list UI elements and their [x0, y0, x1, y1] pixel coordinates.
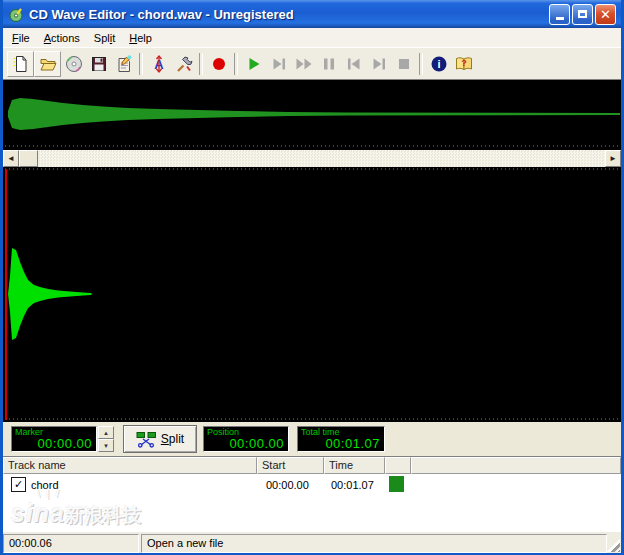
column-header-time[interactable]: Time — [324, 457, 385, 474]
next-track-icon — [369, 54, 389, 74]
status-time: 00:00.06 — [3, 534, 139, 553]
menu-split[interactable]: Split — [87, 30, 122, 46]
column-header-start[interactable]: Start — [257, 457, 324, 474]
track-start: 00:00.00 — [257, 479, 324, 491]
track-row[interactable]: ✓chord00:00.0000:01.07 — [3, 474, 621, 495]
track-list-body: ✓chord00:00.0000:01.07 — [3, 474, 621, 531]
marker-spinner: ▲ ▼ — [98, 426, 114, 452]
toolbar-help-button[interactable]: ? — [451, 52, 476, 76]
toolbar-fast-forward-button — [291, 52, 316, 76]
toolbar-record-button[interactable] — [206, 52, 231, 76]
toolbar-tools-button[interactable] — [171, 52, 196, 76]
marker-a-icon: A — [149, 54, 169, 74]
toolbar-pause-button — [316, 52, 341, 76]
stop-icon — [394, 54, 414, 74]
column-header-blank-4[interactable] — [411, 457, 621, 474]
split-button-label: Split — [161, 432, 184, 446]
position-cursor — [5, 169, 7, 420]
toolbar-export-button[interactable] — [111, 52, 136, 76]
record-icon — [209, 54, 229, 74]
window-controls: ✕ — [549, 4, 616, 25]
track-name: chord — [31, 479, 59, 491]
toolbar-prev-track-button — [341, 52, 366, 76]
marker-value: 00:00.00 — [15, 437, 92, 451]
prev-track-icon — [344, 54, 364, 74]
resize-grip[interactable] — [607, 539, 620, 552]
status-message: Open a new file — [141, 534, 607, 553]
track-checkbox[interactable]: ✓ — [11, 477, 26, 492]
scrollbar-thumb[interactable] — [19, 150, 38, 167]
menu-file[interactable]: File — [5, 30, 37, 46]
menu-bar: FileActionsSplitHelp — [3, 28, 621, 47]
menu-actions[interactable]: Actions — [37, 30, 87, 46]
close-icon: ✕ — [600, 7, 611, 22]
control-panel: Marker 00:00.00 ▲ ▼ Split Position 00:00… — [3, 422, 621, 456]
overview-waveform — [5, 80, 621, 148]
track-time: 00:01.07 — [324, 479, 385, 491]
column-header-blank-3[interactable] — [385, 457, 411, 474]
split-button[interactable]: Split — [123, 425, 197, 453]
overview-waveform-panel[interactable] — [3, 79, 621, 150]
window-title: CD Wave Editor - chord.wav - Unregistere… — [29, 7, 549, 22]
toolbar-save-button[interactable] — [86, 52, 111, 76]
toolbar-open-folder-button[interactable] — [34, 51, 61, 77]
toolbar-next-marker-button — [266, 52, 291, 76]
total-time-value: 00:01.07 — [301, 437, 380, 451]
position-display: Position 00:00.00 — [203, 426, 289, 452]
toolbar-separator — [199, 53, 203, 75]
maximize-button[interactable] — [572, 4, 593, 25]
app-icon — [8, 6, 25, 23]
next-marker-icon — [269, 54, 289, 74]
total-time-display: Total time 00:01.07 — [297, 426, 385, 452]
position-value: 00:00.00 — [207, 437, 284, 451]
split-scissors-icon — [136, 430, 157, 448]
toolbar-separator — [419, 53, 423, 75]
app-window: CD Wave Editor - chord.wav - Unregistere… — [0, 0, 624, 555]
toolbar-separator — [139, 53, 143, 75]
overview-tick-marks — [5, 145, 619, 147]
track-list-header: Track nameStartTime — [3, 457, 621, 474]
minimize-icon — [556, 17, 564, 20]
toolbar-separator — [234, 53, 238, 75]
marker-spin-down-button[interactable]: ▼ — [98, 439, 114, 452]
help-icon: ? — [454, 54, 474, 74]
minimize-button[interactable] — [549, 4, 570, 25]
toolbar-play-button[interactable] — [241, 52, 266, 76]
toolbar-cd-button[interactable] — [61, 52, 86, 76]
export-icon — [114, 54, 134, 74]
track-list: Track nameStartTime ✓chord00:00.0000:01.… — [3, 456, 621, 531]
status-bar: 00:00.06 Open a new file — [3, 531, 621, 553]
main-waveform — [5, 169, 621, 419]
scroll-left-button[interactable]: ◄ — [3, 150, 19, 167]
title-bar[interactable]: CD Wave Editor - chord.wav - Unregistere… — [3, 0, 621, 28]
play-icon — [244, 54, 264, 74]
toolbar-marker-a-button[interactable]: A — [146, 52, 171, 76]
horizontal-scrollbar[interactable]: ◄ ► — [3, 150, 621, 167]
maximize-icon — [578, 10, 587, 18]
toolbar-new-file-button[interactable] — [7, 51, 34, 77]
close-button[interactable]: ✕ — [595, 4, 616, 25]
save-icon — [89, 54, 109, 74]
marker-display: Marker 00:00.00 — [11, 426, 97, 452]
info-icon: i — [429, 54, 449, 74]
tools-icon — [174, 54, 194, 74]
scroll-right-button[interactable]: ► — [605, 150, 621, 167]
main-bottom-tick-marks — [5, 418, 619, 420]
pause-icon — [319, 54, 339, 74]
toolbar-stop-button — [391, 52, 416, 76]
menu-help[interactable]: Help — [122, 30, 159, 46]
svg-text:i: i — [437, 58, 440, 70]
svg-text:?: ? — [461, 58, 467, 68]
cd-icon — [64, 54, 84, 74]
open-folder-icon — [38, 54, 58, 74]
toolbar: Ai? — [3, 47, 621, 79]
main-waveform-panel[interactable] — [3, 167, 621, 422]
column-header-track-name[interactable]: Track name — [3, 457, 257, 474]
toolbar-next-track-button — [366, 52, 391, 76]
new-file-icon — [11, 54, 31, 74]
track-color-chip — [389, 476, 404, 492]
toolbar-info-button[interactable]: i — [426, 52, 451, 76]
fast-forward-icon — [294, 54, 314, 74]
marker-spin-up-button[interactable]: ▲ — [98, 426, 114, 439]
